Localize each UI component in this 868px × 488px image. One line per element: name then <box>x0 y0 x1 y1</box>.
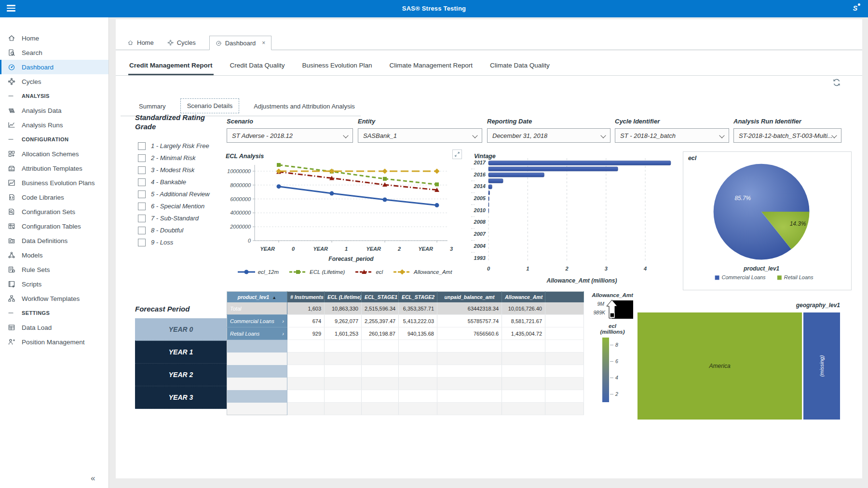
column-header-unpaid-balance-amt[interactable]: unpaid_balance_amt <box>437 292 502 303</box>
rating-grade-list: 1 - Largely Risk Free2 - Minimal Risk3 -… <box>138 140 210 248</box>
filter-analysis-run-identifier-dropdown[interactable]: ST-2018-12-batch_ST-003-Multi... <box>733 128 841 143</box>
sidebar-item-analysis-data[interactable]: Analysis Data <box>0 103 108 118</box>
checkbox[interactable] <box>138 142 146 150</box>
gradient-tick-label: 6 <box>615 358 618 364</box>
table-row-empty <box>227 340 584 352</box>
row-label[interactable]: Total <box>227 302 287 315</box>
checkbox[interactable] <box>138 215 146 222</box>
forecast-button-year-1[interactable]: YEAR 1 <box>135 341 227 364</box>
legend-item-ecl[interactable]: ecl <box>355 269 383 275</box>
rating-option-3-modest-risk[interactable]: 3 - Modest Risk <box>138 164 210 176</box>
legend-item-ecl-lifetime[interactable]: ECL (Lifetime) <box>289 269 345 275</box>
cell: 9,262,077 <box>325 315 362 327</box>
treemap-tile-missing[interactable]: (missing) <box>803 312 840 420</box>
sidebar-item-dashboard[interactable]: Dashboard <box>0 60 108 74</box>
sidebar-item-attribution-templates[interactable]: Attribution Templates <box>0 161 108 176</box>
treemap-tile-america[interactable]: America <box>637 312 802 420</box>
legend-item-allowance-amt[interactable]: Allowance_Amt <box>393 269 452 275</box>
sidebar-item-home[interactable]: Home <box>0 31 108 45</box>
size-legend-title: Allowance_Amt <box>586 292 638 298</box>
rating-option-8-doubtful[interactable]: 8 - Doubtful <box>138 224 210 236</box>
expand-icon[interactable] <box>452 149 462 159</box>
sidebar-item-models[interactable]: Models <box>0 248 108 262</box>
detail-tab-adjustments-and-attribution-analysis[interactable]: Adjustments and Attribution Analysis <box>252 99 357 113</box>
filter-cycle-identifier-dropdown[interactable]: ST - 2018-12_batch <box>615 128 729 143</box>
row-label[interactable]: Commercial Loans› <box>227 315 287 327</box>
column-header-product-lev1[interactable]: product_lev1▲ <box>227 292 287 303</box>
column-header-empty <box>545 292 584 303</box>
detail-tab-scenario-details[interactable]: Scenario Details <box>180 98 240 113</box>
report-tab-business-evolution-plan[interactable]: Business Evolution Plan <box>301 58 373 75</box>
column-header-ecl-stage1[interactable]: ECL_STAGE1 <box>362 292 399 303</box>
checkbox[interactable] <box>138 239 146 246</box>
sidebar-collapse-button[interactable]: « <box>91 474 95 483</box>
checkbox[interactable] <box>138 166 146 174</box>
sidebar-item-analysis-runs[interactable]: Analysis Runs <box>0 118 108 132</box>
checkbox[interactable] <box>138 190 146 198</box>
column-header-allowance-amt[interactable]: Allowance_Amt <box>502 292 545 303</box>
column-header-ecl-stage2[interactable]: ECL_STAGE2 <box>399 292 437 303</box>
vintage-bar-chart[interactable]: 0123420172016201420052010200820072004199… <box>470 151 682 301</box>
sidebar-item-cycles[interactable]: Cycles <box>0 74 108 89</box>
column-header-instruments[interactable]: # Instruments <box>287 292 325 303</box>
checkbox[interactable] <box>138 154 146 162</box>
sort-asc-icon[interactable]: ▲ <box>272 295 276 300</box>
sidebar-item-position-management[interactable]: Position Management <box>0 335 108 349</box>
filter-entity-dropdown[interactable]: SASBank_1 <box>358 128 482 143</box>
rating-option-5-additional-review[interactable]: 5 - Additional Review <box>138 188 210 200</box>
sidebar-item-search[interactable]: Search <box>0 45 108 60</box>
column-header-ecl-lifetime[interactable]: ECL (Lifetime) <box>325 292 362 303</box>
table-row-retail-loans[interactable]: Retail Loans›9291,601,253260,198.87940,1… <box>227 327 584 340</box>
sidebar-item-scripts[interactable]: Scripts <box>0 277 108 291</box>
row-label[interactable]: Retail Loans› <box>227 327 287 340</box>
expand-row-icon[interactable]: › <box>282 331 284 337</box>
rating-option-4-bankable[interactable]: 4 - Bankable <box>138 176 210 188</box>
report-tab-climate-management-report[interactable]: Climate Management Report <box>388 58 474 75</box>
forecast-button-year-3[interactable]: YEAR 3 <box>135 386 227 409</box>
sidebar-item-data-load[interactable]: Data Load <box>0 320 108 335</box>
svg-text:ecl: ecl <box>688 155 697 162</box>
home-icon <box>8 34 15 42</box>
table-row-total[interactable]: Total1,60310,863,3302,515,596.346,353,35… <box>227 302 584 315</box>
svg-text:6000000: 6000000 <box>230 196 251 202</box>
user-avatar[interactable]: S <box>853 4 857 12</box>
close-tab-icon[interactable]: × <box>262 40 265 46</box>
rating-option-9-loss[interactable]: 9 - Loss <box>138 236 210 248</box>
table-row-commercial-loans[interactable]: Commercial Loans›6749,262,0772,255,397.4… <box>227 315 584 327</box>
rating-option-6-special-mention[interactable]: 6 - Special Mention <box>138 200 210 212</box>
product-summary-table[interactable]: product_lev1▲# InstrumentsECL (Lifetime)… <box>227 291 584 415</box>
report-tab-credit-data-quality[interactable]: Credit Data Quality <box>229 58 286 75</box>
rating-option-1-largely-risk-free[interactable]: 1 - Largely Risk Free <box>138 140 210 152</box>
checkbox[interactable] <box>138 227 146 234</box>
checkbox[interactable] <box>138 203 146 210</box>
sidebar-item-rule-sets[interactable]: Rule Sets <box>0 262 108 277</box>
data-load-icon <box>8 324 15 331</box>
ecl-pie-chart[interactable]: 85.7%14.3%product_lev1Commercial LoansRe… <box>683 151 852 290</box>
svg-text:1993: 1993 <box>474 255 486 261</box>
geography-treemap[interactable]: geography_lev1 America(missing) <box>637 302 840 420</box>
workspace-tab-cycles[interactable]: Cycles <box>167 36 196 50</box>
filter-scenario-dropdown[interactable]: ST Adverse - 2018.12 <box>227 128 353 143</box>
sidebar-item-workflow-templates[interactable]: Workflow Templates <box>0 291 108 306</box>
checkbox[interactable] <box>138 178 146 186</box>
rating-option-7-sub-standard[interactable]: 7 - Sub-Standard <box>138 212 210 224</box>
chevron-down-icon <box>831 133 837 138</box>
sidebar-item-code-libraries[interactable]: Code Libraries <box>0 190 108 204</box>
detail-tab-summary[interactable]: Summary <box>137 99 168 113</box>
rating-option-2-minimal-risk[interactable]: 2 - Minimal Risk <box>138 152 210 164</box>
report-tab-credit-management-report[interactable]: Credit Management Report <box>128 58 214 75</box>
sidebar-item-business-evolution-plans[interactable]: Business Evolution Plans <box>0 176 108 190</box>
refresh-icon[interactable] <box>832 78 841 87</box>
report-tab-climate-data-quality[interactable]: Climate Data Quality <box>489 58 551 75</box>
expand-row-icon[interactable]: › <box>282 318 284 324</box>
sidebar-item-configuration-tables[interactable]: Configuration Tables <box>0 219 108 233</box>
legend-item-ecl-12m[interactable]: ecl_12m <box>238 269 279 275</box>
filter-reporting-date-dropdown[interactable]: December 31, 2018 <box>487 128 610 143</box>
forecast-button-year-2[interactable]: YEAR 2 <box>135 364 227 386</box>
sidebar-item-data-definitions[interactable]: Data Definitions <box>0 233 108 248</box>
sidebar-item-configuration-sets[interactable]: Configuration Sets <box>0 204 108 219</box>
sidebar-item-allocation-schemes[interactable]: Allocation Schemes <box>0 147 108 161</box>
workspace-tab-dashboard[interactable]: Dashboard× <box>209 36 272 50</box>
workspace-tab-home[interactable]: Home <box>127 36 154 50</box>
forecast-button-year-0[interactable]: YEAR 0 <box>135 318 227 341</box>
